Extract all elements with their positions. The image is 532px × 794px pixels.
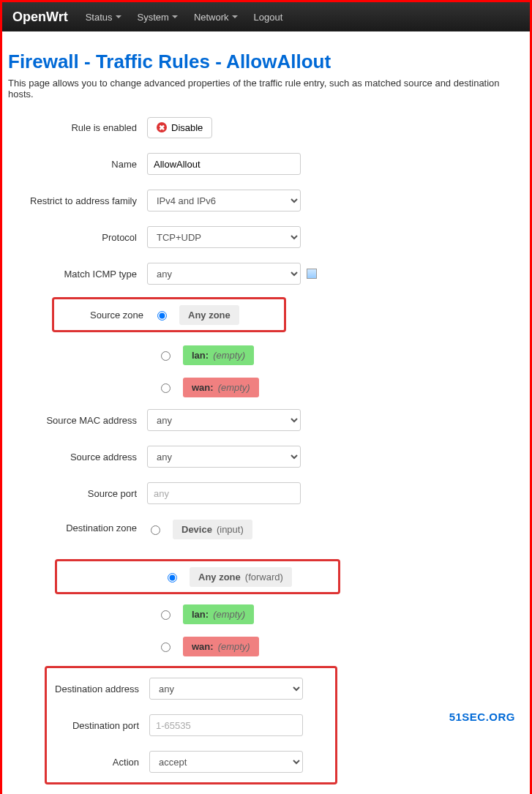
srczone-radio-wan[interactable] — [161, 383, 171, 393]
zone-any: Any zone — [179, 305, 239, 325]
dstzone-radio-any[interactable] — [168, 573, 177, 583]
watermark: 51SEC.ORG — [449, 711, 515, 723]
label-rule-enabled: Rule is enabled — [8, 122, 147, 133]
name-input[interactable] — [147, 153, 301, 175]
label-dst-zone: Destination zone — [8, 517, 147, 533]
label-icmp: Match ICMP type — [8, 269, 147, 280]
nav-network[interactable]: Network — [194, 12, 238, 23]
disable-button[interactable]: ✖ Disable — [147, 117, 212, 138]
label-family: Restrict to address family — [8, 195, 147, 206]
label-protocol: Protocol — [8, 232, 147, 243]
dstzone-radio-lan[interactable] — [161, 610, 171, 620]
label-action: Action — [54, 757, 149, 768]
dst-addr-select[interactable]: any — [149, 678, 303, 700]
srczone-radio-lan[interactable] — [161, 351, 171, 361]
zone-lan: lan: (empty) — [183, 345, 254, 365]
action-select[interactable]: accept — [149, 751, 303, 773]
label-name: Name — [8, 159, 147, 170]
srczone-radio-any[interactable] — [157, 311, 167, 321]
nav-system[interactable]: System — [138, 12, 178, 23]
page-description: This page allows you to change advanced … — [8, 78, 524, 100]
dstzone-radio-device[interactable] — [151, 525, 160, 535]
page-title: Firewall - Traffic Rules - AllowAllout — [8, 50, 524, 73]
navbar: OpenWrt Status System Network Logout — [2, 2, 530, 31]
zone-lan-dst: lan: (empty) — [183, 604, 254, 624]
caret-icon — [172, 15, 178, 18]
brand: OpenWrt — [12, 10, 68, 25]
label-src-addr: Source address — [8, 452, 147, 462]
caret-icon — [232, 15, 238, 18]
src-port-input[interactable] — [147, 482, 301, 504]
src-mac-select[interactable]: any — [147, 409, 301, 431]
zone-any-forward: Any zone (forward) — [190, 567, 292, 587]
add-icon[interactable] — [307, 269, 317, 279]
zone-device: Device (input) — [173, 520, 252, 539]
dst-port-input[interactable] — [149, 714, 303, 736]
family-select[interactable]: IPv4 and IPv6 — [147, 190, 301, 211]
dstzone-radio-wan[interactable] — [161, 643, 171, 652]
label-dst-addr: Destination address — [54, 683, 149, 694]
zone-wan-dst: wan: (empty) — [183, 637, 259, 656]
label-dst-port: Destination port — [54, 720, 149, 731]
icmp-select[interactable]: any — [147, 263, 301, 285]
src-addr-select[interactable]: any — [147, 446, 301, 468]
disable-icon: ✖ — [157, 122, 167, 132]
nav-logout[interactable]: Logout — [254, 12, 283, 23]
label-src-port: Source port — [8, 488, 147, 499]
label-source-zone: Source zone — [59, 310, 154, 321]
label-src-mac: Source MAC address — [8, 415, 147, 426]
protocol-select[interactable]: TCP+UDP — [147, 226, 301, 248]
caret-icon — [116, 15, 121, 18]
nav-status[interactable]: Status — [86, 12, 121, 23]
zone-wan: wan: (empty) — [183, 378, 259, 397]
